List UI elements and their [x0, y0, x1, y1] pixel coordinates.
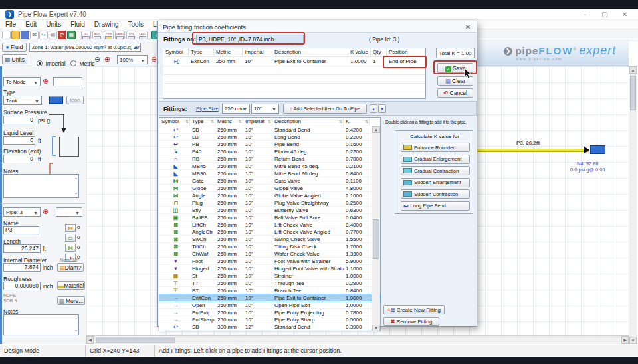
mini-button-label[interactable]: LABEL: [115, 31, 125, 39]
fitting-row[interactable]: ⊤TT250 mm10"Through Tee0.2800: [160, 280, 380, 287]
list-column-header-imperial[interactable]: Imperial⇅: [243, 118, 272, 126]
crosshair-icon[interactable]: ⊕: [151, 55, 157, 64]
fitting-row[interactable]: ⋈Angle250 mm10"Globe Valve Angled2.1000: [160, 192, 380, 199]
fitting-row[interactable]: ⊠AngleCh250 mm10"Lift Check Valve Angled…: [160, 228, 380, 236]
to-node-dropdown[interactable]: ▼To Node: [3, 77, 41, 86]
pipe-size-link[interactable]: Pipe Size: [196, 106, 219, 112]
pipe-crosshair-icon[interactable]: ⊕: [43, 207, 49, 216]
horizontal-scrollbar[interactable]: ◀ ▶: [86, 335, 629, 344]
material-button[interactable]: ▬Material: [57, 281, 85, 290]
metric-size-dropdown[interactable]: ▼250 mm: [222, 104, 250, 114]
pipe-name-field[interactable]: P3: [3, 226, 39, 234]
fitting-row-selected[interactable]: →ExitCon250 mm10"Pipe Exit to Container1…: [160, 294, 380, 302]
fitting-row[interactable]: ⊠ChWaf250 mm10"Wafer Check Valve1.3300: [160, 250, 380, 258]
spreadsheet-icon[interactable]: ▦: [67, 31, 76, 39]
menu-item-units[interactable]: Units: [46, 21, 61, 28]
scroll-thumb[interactable]: [373, 219, 379, 259]
icon-button[interactable]: Icon: [66, 96, 84, 104]
scroll-right-icon[interactable]: ▶: [621, 336, 629, 344]
pdf-icon[interactable]: P: [58, 31, 66, 39]
scroll-down-icon[interactable]: ▼: [74, 192, 78, 195]
scroll-up-icon[interactable]: ▲: [74, 317, 78, 320]
sort-icon[interactable]: ⇅: [185, 118, 189, 126]
column-header-description[interactable]: Description: [272, 48, 348, 56]
fitting-row[interactable]: ↩SB250 mm10"Standard Bend0.4200: [160, 126, 380, 134]
calc-button-entrance-rounded[interactable]: Entrance Rounded: [401, 143, 470, 152]
zoom-in-icon[interactable]: ⊕: [104, 55, 110, 64]
list-column-header-description[interactable]: Description⇅: [272, 118, 344, 126]
scroll-up-icon[interactable]: ▲: [74, 177, 78, 180]
node-crosshair-icon[interactable]: ⊕: [43, 77, 49, 86]
fitting-row[interactable]: →Open250 mm10"Open Pipe Exit1.0000: [160, 302, 380, 309]
sort-icon[interactable]: ⇅: [339, 118, 342, 126]
mini-button-pipe[interactable]: PIPE: [104, 31, 114, 39]
scroll-down-icon[interactable]: ▼: [629, 337, 637, 344]
scroll-thumb[interactable]: [96, 337, 175, 343]
fluid-zone-dropdown[interactable]: ▼Zone 1: Water [998.000000 kg/m³ at 0.0p…: [29, 43, 141, 52]
list-column-header-k[interactable]: K⇅: [344, 118, 370, 126]
fitting-row[interactable]: ▼Hinged250 mm10"Hinged Foot Valve with S…: [160, 265, 380, 272]
list-column-header-type[interactable]: Type⇅: [190, 118, 215, 126]
imperial-size-dropdown[interactable]: ▼10": [251, 104, 279, 114]
column-header-symbol[interactable]: Symbol: [163, 48, 189, 56]
node-n4-tank[interactable]: [590, 145, 605, 154]
column-header-position[interactable]: Position: [387, 48, 425, 56]
sort-icon[interactable]: ⇅: [268, 118, 271, 126]
move-up-button[interactable]: ▲: [370, 104, 377, 113]
sort-icon[interactable]: ⇅: [365, 118, 368, 126]
line-style-dropdown[interactable]: ▼——: [56, 207, 82, 217]
fitting-row[interactable]: →EntSharp250 mm10"Pipe Entry Sharp0.5000: [160, 316, 380, 323]
fitting-row[interactable]: ▦St250 mm10"Strainer1.0000: [160, 272, 380, 280]
column-header-type[interactable]: Type: [189, 48, 214, 56]
fitting-row[interactable]: ↩SB300 mm12"Standard Bend0.3900: [160, 323, 380, 331]
fitting-row[interactable]: ⋈Globe250 mm10"Globe Valve4.8000: [160, 185, 380, 192]
menu-item-drawing[interactable]: Drawing: [94, 21, 119, 28]
close-button[interactable]: ✕: [617, 9, 633, 19]
fitting-row[interactable]: ▼Foot250 mm10"Foot Valve with Strainer5.…: [160, 258, 380, 265]
mini-button-calc[interactable]: CALC: [138, 31, 148, 39]
fitting-row[interactable]: ⊠LiftCh250 mm10"Lift Check Valve8.4000: [160, 221, 380, 228]
calc-button-sudden-enlargement[interactable]: Sudden Enlargement: [401, 178, 470, 187]
fitting-row[interactable]: ⊤BT250 mm10"Branch Tee0.8400: [160, 287, 380, 294]
menu-item-fluid[interactable]: Fluid: [70, 21, 85, 28]
more-button[interactable]: ▦ More...: [57, 296, 85, 305]
list-column-header-symbol[interactable]: Symbol⇅: [160, 118, 190, 126]
fitting-row[interactable]: ◣MB45250 mm10"Mitre Bend 45 deg.0.2100: [160, 163, 380, 170]
dialog-close-icon[interactable]: ✕: [463, 23, 473, 31]
column-header-qty[interactable]: Qty: [371, 48, 387, 56]
menu-item-tools[interactable]: Tools: [128, 21, 144, 28]
fitting-row[interactable]: →EntProj250 mm10"Pipe Entry Projecting0.…: [160, 309, 380, 316]
elevation-field[interactable]: 0: [3, 155, 35, 163]
fitting-row[interactable]: ⊠TiltCh250 mm10"Tilting Disk Check1.7000: [160, 243, 380, 250]
liquid-level-field[interactable]: 0: [3, 136, 35, 145]
menu-item-file[interactable]: File: [5, 21, 16, 28]
scroll-thumb[interactable]: [630, 76, 636, 110]
calc-button-gradual-enlargement[interactable]: Gradual Enlargement: [401, 155, 470, 164]
calc-button-sudden-contraction[interactable]: Sudden Contraction: [401, 189, 470, 199]
scroll-down-icon[interactable]: ▼: [372, 325, 380, 331]
fitting-row[interactable]: ⊓Plug250 mm10"Plug Valve Straightway0.25…: [160, 199, 380, 207]
node-notes-field[interactable]: ▲▼: [3, 174, 79, 198]
node-field[interactable]: [53, 77, 82, 86]
valves-count-button[interactable]: ⋈0: [65, 223, 84, 232]
zoom-out-icon[interactable]: ⊖: [94, 55, 100, 64]
save-icon[interactable]: [21, 31, 29, 39]
mini-button-lp3[interactable]: LP3: [126, 31, 136, 39]
pipe-p3[interactable]: [465, 149, 589, 152]
fitting-row[interactable]: ↩PB250 mm10"Pipe Bend0.1600: [160, 141, 380, 148]
scroll-up-icon[interactable]: ▲: [372, 126, 380, 133]
fitting-row[interactable]: ▣BallFB250 mm10"Ball Valve Full Bore0.04…: [160, 214, 380, 221]
zoom-level-dropdown[interactable]: ▼100%: [117, 55, 148, 64]
fittings-count-button[interactable]: ⋈0: [65, 243, 84, 252]
fitting-row[interactable]: ↳E45250 mm10"Elbow 45 deg.0.2200: [160, 148, 380, 155]
move-down-button[interactable]: ▼: [378, 104, 386, 113]
pipe-notes-field[interactable]: ▲▼: [3, 314, 79, 335]
remove-fitting-button[interactable]: ✖ Remove Fitting: [383, 317, 439, 326]
roughness-field[interactable]: 0.000060: [3, 282, 41, 290]
calc-button-long-pipe-bend[interactable]: ↩Long Pipe Bend: [401, 201, 470, 211]
surface-pressure-field[interactable]: 0: [3, 116, 35, 124]
fluid-button[interactable]: ● Fluid: [2, 43, 27, 52]
print-icon[interactable]: ▤: [49, 31, 57, 39]
fitting-row[interactable]: ↩LB250 mm10"Long Bend0.2200: [160, 134, 380, 141]
cancel-button[interactable]: ↶ Cancel: [437, 88, 473, 98]
